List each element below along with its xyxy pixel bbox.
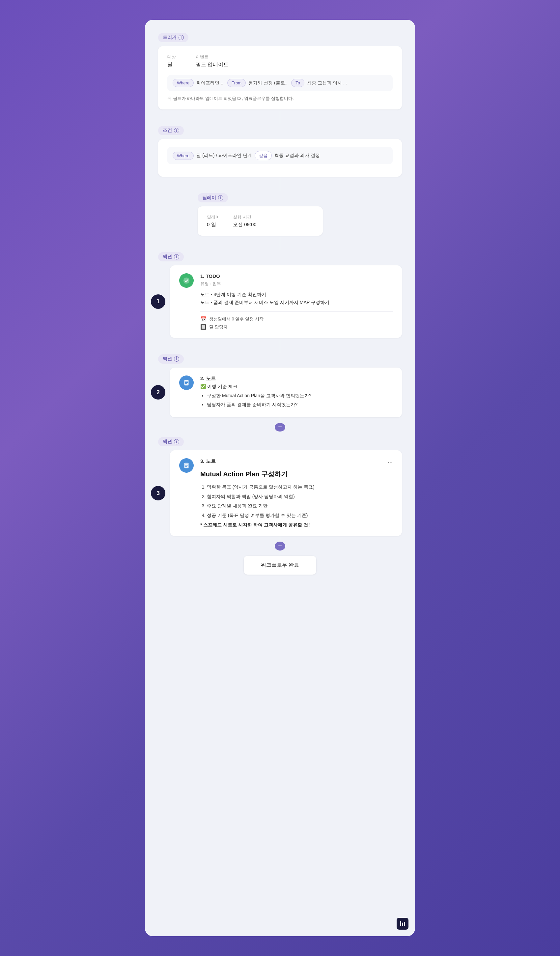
action-3-number: 3 [151,486,165,500]
where-chip: Where [173,79,194,87]
action-1-content: 1. TODO 유형 : 업무 노트 - 4단계 이행 기준 확인하기 노트 -… [200,273,393,330]
connector-line-6b [280,550,280,556]
action-2-info-icon[interactable]: i [174,356,179,362]
action-1-note-1: 노트 - 4단계 이행 기준 확인하기 [200,291,393,299]
trigger-to-text: 최종 교섭과 의사 ... [307,80,347,86]
action-3-info-icon[interactable]: i [174,439,179,444]
delay-label-badge: 딜레이 i [198,193,228,203]
condition-label: 조건 i [158,126,184,135]
condition-equals-chip: 같음 [255,151,272,160]
workflow-complete-card: 워크플로우 완료 [244,556,316,575]
delay-section: 딜레이 i 딜레이 0 일 실행 시간 오전 09:00 [198,193,402,236]
trigger-from-text: 평가와 선정 (블로... [248,80,289,86]
action-1-wrapper: 액션 i 1 1. TODO 유형 : 업무 노트 - 4단계 이행 기준 [158,252,402,338]
delay-value: 0 일 [207,222,220,228]
action-2-card: 2. 노트 ✅ 이행 기준 체크 구성한 Mutual Action Plan을… [170,368,402,417]
workflow-complete-label: 워크플로우 완료 [261,562,299,568]
add-action-button-2[interactable]: + [275,542,285,550]
action-2-content-row: 2. 노트 ✅ 이행 기준 체크 구성한 Mutual Action Plan을… [179,376,393,409]
action-1-content-row: 1. TODO 유형 : 업무 노트 - 4단계 이행 기준 확인하기 노트 -… [179,273,393,330]
condition-label-text: 조건 [163,127,172,134]
action-3-bold-note: * 스프레드 시트로 시각화 하여 고객사에게 공유할 것 ! [200,522,393,528]
time-value: 오전 09:00 [233,222,257,228]
action-2-label-text: 액션 [163,356,172,362]
action-3-card: 3. 노트 ··· Mutual Action Plan 구성하기 명확한 목표… [170,450,402,536]
add-action-button[interactable]: + [275,423,285,432]
action-1-card: 1. TODO 유형 : 업무 노트 - 4단계 이행 기준 확인하기 노트 -… [170,266,402,338]
delay-card: 딜레이 0 일 실행 시간 오전 09:00 [198,206,323,236]
action-1-info-icon[interactable]: i [174,254,179,259]
action-3-wrapper: 액션 i 3 3. 노트 ··· [158,437,402,536]
action-3-label: 액션 i [158,437,184,447]
action-2-label: 액션 i [158,354,184,363]
action-2-bullet-1: 구성한 Mutual Action Plan을 고객사와 합의했는가? [207,392,393,400]
trigger-filter-row: Where 파이프라인 ... From 평가와 선정 (블로... To 최종… [167,75,393,91]
connector-3 [158,236,402,252]
connector-line-1 [280,111,280,124]
action-1-label: 액션 i [158,252,184,261]
event-value: 필드 업데이트 [196,61,229,68]
connector-line-3 [280,237,280,250]
delay-info-icon[interactable]: i [218,195,223,200]
target-value: 딜 [167,61,176,68]
condition-section: 조건 i Where 딜 (리드) / 파이프라인 단계 같음 최종 교섭과 의… [158,126,402,177]
action-3-row: 3 3. 노트 ··· Mutual Action Pla [158,450,402,536]
action-2-row: 2 2. 노트 ✅ 이행 기준 체크 [158,368,402,417]
condition-value-text: 최종 교섭과 의사 결정 [275,153,320,159]
connector-5: + [158,417,402,437]
action-1-meta-1: 📅 생성일에서 0 일후 일정 시작 [200,316,393,322]
action-1-number: 1 [151,294,165,309]
trigger-section: 트리거 i 대상 딜 이벤트 필드 업데이트 Where 파이프라인 ... F… [158,33,402,109]
action-2-wrapper: 액션 i 2 2. 노트 ✅ 이행 기준 체크 [158,354,402,417]
action-1-row: 1 1. TODO 유형 : 업무 노트 - 4단계 이행 기준 확인하기 노트… [158,266,402,338]
action-3-label-text: 액션 [163,439,172,445]
action-1-meta-2-text: 딜 담당자 [209,324,227,330]
svg-rect-1 [185,380,189,385]
action-2-bullet-list: 구성한 Mutual Action Plan을 고객사와 합의했는가? 담당자가… [200,392,393,409]
action-3-more-button[interactable]: ··· [388,459,393,466]
connector-6: + [158,536,402,556]
connector-line-2 [280,178,280,192]
assignee-icon: 🔲 [200,324,207,330]
logo-icon [399,920,406,927]
bottom-logo [397,918,408,929]
action-2-checkbox-label: ✅ 이행 기준 체크 [200,384,393,390]
main-card: 트리거 i 대상 딜 이벤트 필드 업데이트 Where 파이프라인 ... F… [145,20,415,936]
action-3-header: 3. 노트 ··· [200,458,393,467]
action-2-bullet-2: 담당자가 폼의 결재를 준비하기 시작했는가? [207,401,393,409]
delay-label-text: 딜레이 [202,195,216,201]
condition-where-text: 딜 (리드) / 파이프라인 단계 [196,153,252,159]
action-1-title: 1. TODO [200,273,393,279]
calendar-icon: 📅 [200,316,207,322]
trigger-target-field: 대상 딜 [167,54,176,68]
action-3-item-2: 참여자의 역할과 책임 (양사 담당자의 역할) [207,492,393,501]
event-label: 이벤트 [196,54,229,60]
svg-rect-4 [402,923,403,926]
action-1-note-2: 노트 - 폼의 결재 준비부터 서비스 도입 시기까지 MAP 구성하기 [200,299,393,307]
trigger-info-icon[interactable]: i [179,35,184,40]
delay-row: 딜레이 0 일 실행 시간 오전 09:00 [207,214,314,228]
svg-rect-2 [185,463,189,469]
action-3-numbered-list: 명확한 목표 (양사가 공통으로 달성하고자 하는 목표) 참여자의 역할과 책… [200,483,393,519]
condition-info-icon[interactable]: i [174,128,179,133]
condition-filter-row: Where 딜 (리드) / 파이프라인 단계 같음 최종 교섭과 의사 결정 [167,147,393,164]
svg-point-0 [184,278,190,283]
action-3-item-4: 성공 기준 (목표 달성 여부를 평가할 수 있는 기준) [207,511,393,520]
condition-card: Where 딜 (리드) / 파이프라인 단계 같음 최종 교섭과 의사 결정 [158,139,402,177]
execution-time-field: 실행 시간 오전 09:00 [233,214,257,228]
action-3-content-row: 3. 노트 ··· Mutual Action Plan 구성하기 명확한 목표… [179,458,393,528]
trigger-note: 위 필드가 하나라도 업데이트 되었을 때, 워크플로우를 실행합니다. [167,96,393,102]
connector-1 [158,109,402,126]
action-2-title: 2. 노트 [200,376,393,382]
trigger-card: 대상 딜 이벤트 필드 업데이트 Where 파이프라인 ... From 평가… [158,46,402,109]
action-2-content: 2. 노트 ✅ 이행 기준 체크 구성한 Mutual Action Plan을… [200,376,393,409]
action-3-icon [179,458,194,473]
connector-4 [158,338,402,354]
connector-line-4 [280,340,280,353]
target-label: 대상 [167,54,176,60]
action-1-label-text: 액션 [163,254,172,260]
connector-line-5a [280,417,280,423]
action-2-icon [179,376,194,390]
svg-rect-5 [404,922,405,926]
action-3-item-3: 주요 단계별 내용과 완료 기한 [207,502,393,510]
